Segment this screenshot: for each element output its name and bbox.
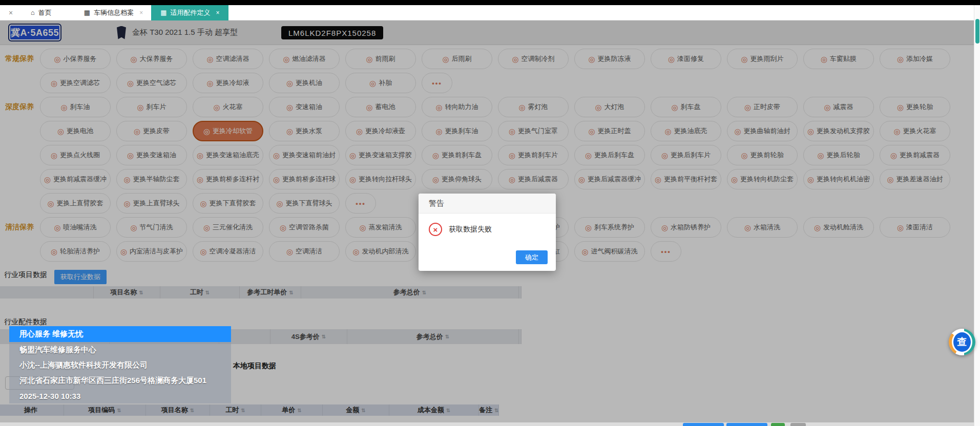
vendor-popup-line: 2025-12-30 10:33 [9, 388, 231, 403]
floating-search-button[interactable]: 查 [949, 329, 975, 355]
window-top-strip [0, 0, 980, 5]
tab-label: 车辆信息档案 [94, 8, 134, 17]
error-icon: × [429, 223, 442, 236]
search-glyph: 查 [952, 331, 972, 353]
vendor-popup-line: 河北省石家庄市新华区西三庄街256号格澜商务大厦501 [9, 373, 231, 388]
dialog-ok-button[interactable]: 确定 [516, 250, 548, 264]
vendor-popup: 用心服务 维修无忧畅盟汽车维修服务中心小沈--上海驷惠软件科技开发有限公司河北省… [9, 326, 231, 403]
tab-item[interactable]: ▦ 适用配件定义 × [151, 5, 228, 20]
footer-strip [0, 422, 980, 426]
dialog-title: 警告 [419, 194, 556, 214]
tab-item[interactable]: ⌂ 首页 [23, 5, 66, 20]
tab-icon: ⌂ [31, 9, 35, 16]
scrollbar-thumb[interactable] [975, 19, 979, 44]
footer-button-blue-2[interactable] [726, 423, 767, 426]
footer-button-gray[interactable] [790, 423, 806, 426]
tab-icon: ▦ [160, 9, 166, 16]
close-all-tabs-icon[interactable]: × [5, 9, 16, 17]
tab-bar: × ⌂ 首页 ▦ 车辆信息档案 × ▦ 适用配件定义 × [0, 5, 980, 20]
tab-close-icon[interactable]: × [216, 9, 219, 16]
tab-item[interactable]: ▦ 车辆信息档案 × [76, 5, 151, 20]
vendor-popup-line: 畅盟汽车维修服务中心 [9, 342, 231, 357]
tab-close-icon[interactable]: × [139, 9, 143, 16]
dialog-message: 获取数据失败 [449, 225, 492, 234]
warning-dialog: 警告 × 获取数据失败 确定 [419, 194, 556, 271]
tab-icon: ▦ [84, 9, 90, 16]
footer-button-blue-1[interactable] [683, 423, 724, 426]
scrollbar-track[interactable] [974, 5, 980, 426]
vendor-popup-line: 小沈--上海驷惠软件科技开发有限公司 [9, 357, 231, 373]
tab-label: 首页 [38, 8, 52, 17]
vendor-popup-line: 用心服务 维修无忧 [9, 326, 231, 342]
footer-button-green[interactable] [771, 423, 785, 426]
tab-label: 适用配件定义 [170, 8, 210, 17]
